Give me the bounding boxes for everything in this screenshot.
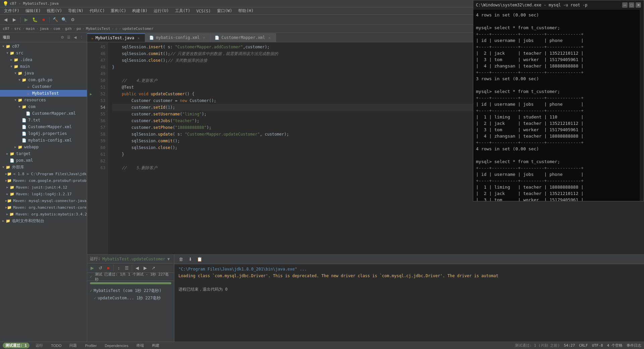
- toolbar-forward-button[interactable]: ▶: [11, 16, 18, 23]
- menu-run[interactable]: 运行(U): [151, 7, 172, 14]
- menu-help[interactable]: 帮助(H): [235, 7, 256, 14]
- panel-filter-icon[interactable]: ☰: [66, 35, 71, 40]
- cmd-maximize-button[interactable]: □: [629, 2, 634, 8]
- menu-window[interactable]: 窗口(W): [214, 7, 235, 14]
- gutter-52-run[interactable]: ▶: [87, 91, 95, 97]
- test-rerun-button[interactable]: ↺: [97, 264, 104, 272]
- toolbar-settings-button[interactable]: ⚙: [69, 16, 76, 23]
- cmd-minimize-button[interactable]: ─: [622, 2, 628, 8]
- menu-vcs[interactable]: VCS(S): [194, 8, 213, 14]
- event-log[interactable]: 事件日志: [627, 343, 641, 348]
- toolbar-build-button[interactable]: 🔨: [52, 16, 59, 23]
- tree-arrow: [5, 159, 9, 162]
- toolbar-debug-button[interactable]: 🐛: [31, 16, 39, 23]
- status-build-button[interactable]: 构建: [150, 342, 161, 349]
- menu-code[interactable]: 代码(C): [87, 7, 108, 14]
- menu-navigate[interactable]: 导航(N): [65, 7, 86, 14]
- line-num-51: 51: [95, 84, 105, 91]
- status-profiler-button[interactable]: Profiler: [83, 343, 99, 348]
- breadcrumb-star[interactable]: ☆: [115, 27, 118, 31]
- menu-view[interactable]: 视图(V): [44, 7, 65, 14]
- breadcrumb-po[interactable]: po: [76, 27, 81, 31]
- tree-item-mysql-dep[interactable]: ▶ 📁 Maven: mysql:mysql-connector-java:8.…: [0, 197, 87, 204]
- tab-close-customermapper[interactable]: ✕: [267, 35, 272, 40]
- tree-item-external[interactable]: ▼ 📁 外部库: [0, 164, 87, 170]
- tab-mybatis-config[interactable]: 📄 mybatis-config.xml ✕: [145, 33, 211, 42]
- test-prev-button[interactable]: ◀: [133, 264, 141, 272]
- breadcrumb-gzh[interactable]: gzh: [65, 27, 72, 31]
- tree-item-mybatis-config[interactable]: 📄 mybatis-config.xml: [0, 137, 87, 144]
- breadcrumb-c07[interactable]: c07: [3, 27, 9, 31]
- menu-tools[interactable]: 工具(T): [172, 7, 193, 14]
- toolbar-run-button[interactable]: ▶: [22, 16, 30, 23]
- test-item-updatecustomer[interactable]: ✓ updateCustom... 1秒 227毫秒: [87, 294, 174, 302]
- line-num-60: 60: [95, 144, 105, 151]
- status-dependencies-button[interactable]: Dependencies: [103, 343, 130, 348]
- indent: 4 个空格: [607, 343, 623, 348]
- tree-item-junit[interactable]: ▶ 📁 Maven: junit:junit:4.12: [0, 184, 87, 191]
- console-clear-button[interactable]: 🗑: [177, 256, 184, 263]
- console-scroll-button[interactable]: ⬇: [186, 256, 194, 263]
- breadcrumb-com[interactable]: com: [53, 27, 60, 31]
- tab-customermapper[interactable]: 📄 CustomerMapper.xml ✕: [211, 33, 276, 42]
- test-sort-button[interactable]: ↕: [115, 264, 122, 272]
- status-run-button[interactable]: 运行: [34, 342, 45, 349]
- tab-close-mybatistest[interactable]: ✕: [136, 36, 141, 40]
- console-line-exit: 进程已结束，退出代码为 0: [178, 286, 640, 292]
- tree-item-c07[interactable]: ▼ 📁 c07: [0, 43, 87, 50]
- tree-item-customermapper-xml-inner[interactable]: 📄 CustomerMapper.xml: [0, 110, 87, 117]
- tree-item-com[interactable]: ▼ 📁 com: [0, 103, 87, 110]
- test-next-button[interactable]: ▶: [142, 264, 149, 272]
- tree-item-idea[interactable]: ▶ 📁 .idea: [0, 56, 87, 63]
- tree-item-src[interactable]: ▼ 📁 src: [0, 50, 87, 56]
- tree-item-7txt[interactable]: 📄 7.txt: [0, 117, 87, 123]
- cmd-close-button[interactable]: ✕: [636, 2, 641, 8]
- menu-edit[interactable]: 编辑(E): [23, 7, 44, 14]
- menu-file[interactable]: 文件(F): [1, 7, 22, 14]
- tab-close-mybatis-config[interactable]: ✕: [202, 35, 206, 40]
- tree-item-jdk[interactable]: ▶ 📁 < 1.8 > C:\Program Files\Java\jdk1.8…: [0, 170, 87, 177]
- console-copy-button[interactable]: 📋: [196, 256, 203, 263]
- test-stop-button[interactable]: ■: [105, 264, 112, 272]
- cmd-scrollbar[interactable]: [640, 10, 644, 201]
- status-todo-button[interactable]: TODO: [49, 343, 64, 348]
- toolbar-search-button[interactable]: 🔍: [60, 16, 68, 23]
- panel-gear-icon[interactable]: ⋮: [79, 35, 84, 40]
- gutter-54: [87, 104, 95, 111]
- breadcrumb-main[interactable]: main: [26, 27, 35, 31]
- tree-item-java[interactable]: ▼ 📁 java: [0, 70, 87, 77]
- tree-item-scratch[interactable]: ▶ 📁 临时文件和控制台: [0, 217, 87, 224]
- breadcrumb-src[interactable]: src: [14, 27, 21, 31]
- panel-collapse-icon[interactable]: ◀: [72, 35, 78, 40]
- tab-mybatistest[interactable]: ☕ MybatisTest.java ✕: [87, 33, 145, 42]
- tree-item-pom[interactable]: 📄 pom.xml: [0, 157, 87, 164]
- tree-item-resources[interactable]: ▼ 📁 resources: [0, 97, 87, 103]
- menu-build[interactable]: 构建(B): [129, 7, 150, 14]
- tree-item-webapp[interactable]: ▶ 📁 webapp: [0, 144, 87, 150]
- tree-item-customermapper-xml[interactable]: 📄 CustomerMapper.xml: [0, 123, 87, 130]
- toolbar-stop-button[interactable]: ■: [40, 16, 47, 23]
- status-terminal-button[interactable]: 终端: [135, 342, 146, 349]
- breadcrumb-mybatistest[interactable]: MybatisTest: [86, 27, 110, 31]
- status-problems-button[interactable]: 问题: [67, 342, 79, 349]
- breadcrumb-java[interactable]: java: [40, 27, 49, 31]
- tree-item-mybatistest[interactable]: ☕ MybatisTest: [0, 90, 87, 97]
- test-export-button[interactable]: ↗: [150, 264, 157, 272]
- test-run-button[interactable]: ▶: [89, 264, 96, 272]
- tree-item-com-gzh-po[interactable]: ▼ 📁 com.gzh.po: [0, 77, 87, 83]
- tree-item-protobuf[interactable]: ▶ 📁 Maven: com.google.protobuf:protobuf-…: [0, 177, 87, 184]
- tree-item-log4j-dep[interactable]: ▶ 📁 Maven: log4j:log4j:1.2.17: [0, 191, 87, 197]
- line-num-55: 55: [95, 111, 105, 117]
- tree-item-target[interactable]: ▶ 📁 target: [0, 150, 87, 157]
- tree-item-log4j[interactable]: 📄 log4j.properties: [0, 130, 87, 137]
- toolbar-back-button[interactable]: ◀: [2, 16, 9, 23]
- menu-refactor[interactable]: 重构(C): [108, 7, 129, 14]
- tree-item-mybatis-dep[interactable]: ▶ 📁 Maven: org.mybatis:mybatis:3.4.2: [0, 211, 87, 217]
- test-filter-button[interactable]: ☰: [123, 264, 130, 272]
- breadcrumb-method[interactable]: updateCustomer: [122, 27, 154, 31]
- test-item-mybatistest[interactable]: ✓ MybatisTest (com 1秒 227毫秒): [87, 287, 174, 294]
- panel-settings-icon[interactable]: ⚙: [60, 35, 65, 40]
- tree-item-hamcrest-dep[interactable]: ▶ 📁 Maven: org.hamcrest:hamcrest-core:1.…: [0, 204, 87, 211]
- tree-item-customer[interactable]: ☕ Customer: [0, 83, 87, 90]
- tree-item-main[interactable]: ▼ 📁 main: [0, 63, 87, 70]
